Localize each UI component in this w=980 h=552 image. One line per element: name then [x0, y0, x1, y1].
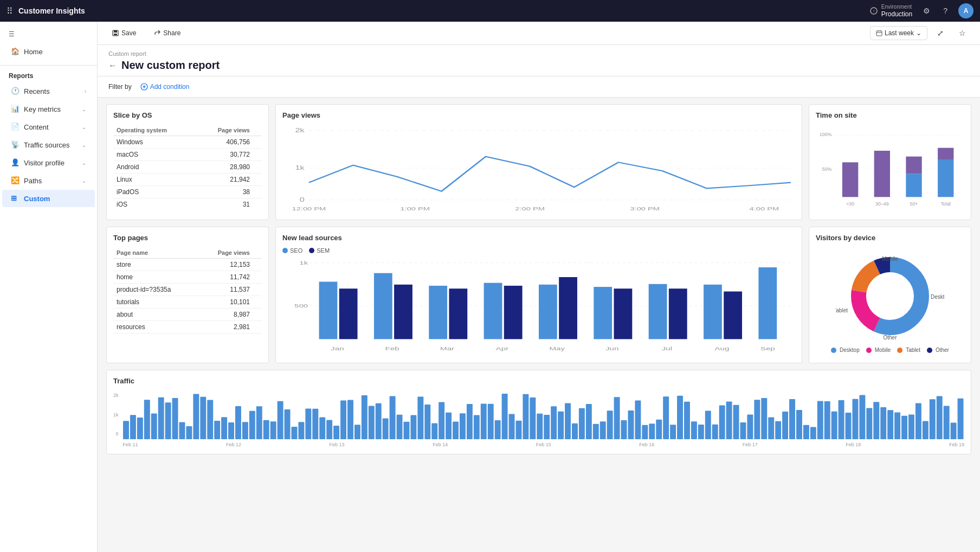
toolbar: Save Share Last week ⌄ ⤢ ☆ [98, 22, 980, 45]
traffic-bar [410, 415, 416, 439]
top-pages-table-scroll[interactable]: Page name Page views store12,153home11,7… [113, 247, 262, 334]
app-title: Customer Insights [18, 7, 85, 15]
grid-icon[interactable]: ⠿ [7, 6, 13, 16]
main-layout: ☰ 🏠 Home Reports 🕐 Recents › 📊 Key metri… [0, 22, 980, 552]
sidebar-item-key-metrics[interactable]: 📊 Key metrics ⌄ [2, 100, 95, 118]
visitors-by-device-card: Visitors by device [809, 227, 971, 363]
help-button[interactable]: ? [941, 4, 950, 17]
sidebar-item-custom[interactable]: ⊞ Custom [2, 190, 95, 207]
sidebar-item-recents[interactable]: 🕐 Recents › [2, 82, 95, 100]
os-views: 30,772 [197, 149, 253, 161]
svg-text:Mar: Mar [440, 345, 455, 351]
sidebar-item-home[interactable]: 🏠 Home [2, 43, 95, 60]
sidebar-home-label: Home [24, 48, 43, 56]
traffic-bar [943, 406, 949, 439]
traffic-bar [656, 420, 662, 439]
dashboard-row-1: Slice by OS Operating system Page views … [106, 104, 971, 220]
svg-text:4:00 PM: 4:00 PM [750, 206, 779, 211]
traffic-bar [284, 409, 290, 439]
traffic-bar [789, 399, 795, 439]
other-label: Other [936, 347, 949, 353]
page-views-count: 11,742 [199, 271, 253, 284]
top-navigation: ⠿ Customer Insights ! Environment Produc… [0, 0, 980, 22]
os-views: 406,756 [197, 136, 253, 149]
traffic-bar [950, 423, 956, 439]
sidebar-item-content[interactable]: 📄 Content ⌄ [2, 118, 95, 136]
sidebar-item-traffic-sources[interactable]: 📡 Traffic sources ⌄ [2, 136, 95, 153]
back-button[interactable]: ← [108, 61, 117, 70]
traffic-bar [838, 400, 844, 439]
traffic-bar [256, 406, 262, 439]
svg-rect-3 [114, 30, 117, 33]
traffic-bar [501, 394, 507, 439]
page-table-row: home11,742 [113, 271, 262, 284]
bookmark-button[interactable]: ☆ [953, 26, 971, 40]
traffic-bar [845, 413, 851, 439]
desktop-legend: Desktop [831, 347, 860, 353]
svg-text:Jan: Jan [331, 345, 344, 351]
svg-rect-55 [704, 285, 722, 339]
traffic-bar [515, 421, 521, 439]
traffic-bar [403, 422, 409, 439]
traffic-bar [137, 418, 143, 439]
date-range-button[interactable]: Last week ⌄ [870, 26, 927, 40]
x-label-feb12: Feb 12 [226, 442, 241, 447]
share-button[interactable]: Share [148, 27, 186, 40]
traffic-icon: 📡 [11, 140, 20, 149]
svg-rect-42 [339, 288, 358, 339]
dashboard-row-3: Traffic 2k 1k 0 Feb 11 Feb 12 [106, 370, 971, 454]
paths-chevron: ⌄ [82, 178, 86, 184]
add-condition-button[interactable]: Add condition [136, 81, 194, 93]
traffic-bar [151, 414, 157, 439]
svg-rect-30 [906, 174, 921, 197]
os-table-row: macOS30,772 [113, 149, 262, 161]
svg-text:50+: 50+ [910, 201, 918, 207]
sidebar-item-paths[interactable]: 🔀 Paths ⌄ [2, 172, 95, 189]
slice-by-os-table: Operating system Page views Windows406,7… [113, 125, 262, 210]
traffic-bar [537, 414, 543, 439]
device-legend: Desktop Mobile Tablet Other [816, 347, 964, 353]
svg-text:2:00 PM: 2:00 PM [515, 206, 545, 211]
traffic-bar [487, 404, 493, 439]
col-page-header: Page name [113, 247, 199, 259]
hamburger-button[interactable]: ☰ [0, 26, 97, 42]
dashboard-row-2: Top pages Page name Page views store12,1… [106, 227, 971, 363]
traffic-bar [663, 396, 669, 439]
traffic-bar [880, 407, 886, 439]
page-views-count: 1,053 [199, 333, 253, 335]
traffic-bar [123, 421, 129, 439]
user-avatar[interactable]: A [958, 3, 973, 18]
os-name: iOS [113, 198, 197, 211]
svg-text:0: 0 [300, 197, 305, 203]
recents-icon: 🕐 [11, 87, 20, 95]
svg-rect-56 [724, 292, 742, 339]
svg-rect-41 [319, 282, 338, 339]
traffic-bar [158, 397, 164, 439]
page-title-row: ← New custom report [108, 59, 969, 76]
traffic-bar [319, 418, 325, 439]
sidebar-item-visitor-profile[interactable]: 👤 Visitor profile ⌄ [2, 154, 95, 171]
settings-button[interactable]: ⚙ [921, 4, 932, 17]
traffic-bar [305, 409, 311, 439]
traffic-bar [698, 425, 704, 439]
os-views: 38 [197, 186, 253, 198]
expand-button[interactable]: ⤢ [932, 26, 949, 40]
save-button[interactable]: Save [106, 27, 141, 40]
traffic-bar [354, 425, 360, 439]
x-label-feb11: Feb 11 [123, 442, 138, 447]
os-table-row: Windows406,756 [113, 136, 262, 149]
slice-by-os-table-scroll[interactable]: Operating system Page views Windows406,7… [113, 125, 262, 210]
svg-text:Sep: Sep [760, 345, 775, 351]
sidebar-reports-section: Reports 🕐 Recents › 📊 Key metrics ⌄ 📄 Co… [0, 66, 97, 208]
x-label-feb14: Feb 14 [433, 442, 448, 447]
share-icon [153, 29, 161, 37]
traffic-bar [578, 408, 584, 439]
content-icon: 📄 [11, 123, 20, 131]
page-table-row: about8,987 [113, 309, 262, 321]
content-label: Content [24, 123, 49, 131]
traffic-bar [480, 404, 486, 439]
page-table-row: store12,153 [113, 259, 262, 271]
traffic-bar [312, 409, 318, 439]
traffic-bar [431, 423, 437, 439]
key-metrics-label: Key metrics [24, 105, 61, 113]
